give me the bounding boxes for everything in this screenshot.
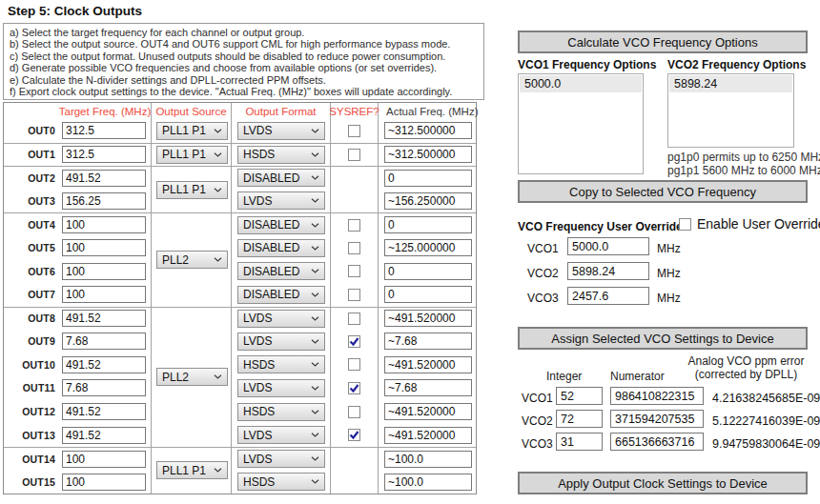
output-source-select[interactable]: PLL2 (156, 368, 228, 386)
output-format-select[interactable]: DISABLED (237, 286, 325, 304)
target-freq-input[interactable] (62, 216, 146, 233)
sysref-checkbox[interactable] (348, 242, 360, 254)
ndiv-vco2-label: VCO2 (522, 414, 553, 428)
chevron-down-icon (214, 374, 222, 379)
actual-freq-output[interactable] (384, 474, 472, 491)
enable-user-override-checkbox[interactable] (679, 218, 691, 231)
target-freq-input[interactable] (62, 310, 146, 327)
chevron-down-icon (311, 246, 319, 251)
sysref-checkbox[interactable] (348, 335, 360, 348)
row-label: OUT5 (4, 236, 59, 260)
target-freq-input[interactable] (62, 122, 146, 139)
col-header-actual-freq: Actual Freq. (MHz) (379, 103, 476, 119)
vco2-freq-input[interactable] (567, 262, 649, 280)
calculate-vco-button[interactable]: Calculate VCO Frequency Options (518, 30, 808, 53)
numerator-header: Numerator (610, 370, 665, 383)
target-freq-input[interactable] (62, 239, 146, 256)
actual-freq-output[interactable] (384, 192, 472, 210)
output-format-select[interactable]: HSDS (237, 355, 325, 373)
output-format-select[interactable]: DISABLED (237, 239, 325, 257)
sysref-checkbox[interactable] (348, 265, 360, 277)
output-format-select[interactable]: LVDS (237, 192, 325, 210)
actual-freq-output[interactable] (384, 146, 472, 163)
target-freq-input[interactable] (62, 170, 146, 187)
instructions-box: a) Select the target frequency for each … (3, 23, 484, 100)
target-freq-input[interactable] (62, 379, 146, 396)
row-label: OUT8 (4, 307, 59, 331)
actual-freq-output[interactable] (384, 333, 472, 350)
output-format-select[interactable]: LVDS (237, 450, 325, 468)
actual-freq-output[interactable] (384, 263, 472, 280)
target-freq-input[interactable] (62, 333, 146, 350)
output-format-select[interactable]: DISABLED (237, 262, 325, 280)
target-freq-input[interactable] (62, 263, 146, 280)
vco2-integer-input[interactable] (556, 410, 603, 428)
target-freq-input[interactable] (62, 427, 146, 444)
sysref-checkbox[interactable] (348, 382, 360, 394)
vco1-numerator-input[interactable] (610, 387, 704, 405)
vco1-freq-input[interactable] (567, 237, 649, 255)
ppm-error-header-line1: Analog VCO ppm error (672, 354, 820, 368)
row-label: OUT10 (4, 353, 59, 377)
output-source-select[interactable]: PLL1 P1 (156, 122, 228, 140)
vco1-options-listbox[interactable]: 5000.0 (518, 73, 644, 174)
vco2-freq-unit: MHz (657, 267, 681, 280)
vco2-numerator-input[interactable] (610, 410, 704, 428)
output-format-select[interactable]: DISABLED (237, 169, 325, 187)
output-source-select[interactable]: PLL1 P1 (156, 461, 228, 479)
vco2-options-listbox[interactable]: 5898.24 (667, 73, 794, 148)
output-source-select[interactable]: PLL1 P1 (156, 146, 228, 164)
output-format-select[interactable]: LVDS (237, 122, 325, 140)
sysref-checkbox[interactable] (348, 289, 360, 301)
sysref-checkbox[interactable] (348, 149, 360, 161)
sysref-checkbox[interactable] (348, 312, 360, 325)
actual-freq-output[interactable] (384, 427, 472, 444)
target-freq-input[interactable] (62, 451, 146, 468)
actual-freq-output[interactable] (384, 170, 472, 187)
actual-freq-output[interactable] (384, 310, 472, 327)
vco1-integer-input[interactable] (556, 387, 603, 405)
vco2-option-item[interactable]: 5898.24 (669, 75, 792, 92)
actual-freq-output[interactable] (384, 356, 472, 373)
output-format-value: HSDS (243, 405, 275, 418)
sysref-checkbox[interactable] (348, 219, 360, 232)
sysref-checkbox[interactable] (348, 125, 360, 137)
actual-freq-output[interactable] (384, 216, 472, 233)
vco1-options-label: VCO1 Frequency Options (518, 58, 656, 71)
output-format-select[interactable]: HSDS (237, 473, 325, 491)
actual-freq-output[interactable] (384, 239, 472, 256)
instruction-line-b: b) Select the output source. OUT4 and OU… (10, 38, 478, 50)
output-format-select[interactable]: LVDS (237, 310, 325, 328)
target-freq-input[interactable] (62, 192, 146, 210)
output-format-select[interactable]: LVDS (237, 379, 325, 397)
actual-freq-output[interactable] (384, 403, 472, 420)
target-freq-input[interactable] (62, 286, 146, 303)
instruction-line-a: a) Select the target frequency for each … (10, 27, 478, 38)
assign-vco-button[interactable]: Assign Selected VCO Settings to Device (518, 327, 808, 350)
output-format-select[interactable]: DISABLED (237, 216, 325, 234)
output-format-select[interactable]: HSDS (237, 146, 325, 164)
sysref-checkbox[interactable] (348, 406, 360, 418)
output-source-select[interactable]: PLL1 P1 (156, 181, 228, 199)
copy-to-vco-button[interactable]: Copy to Selected VCO Frequency (518, 180, 808, 203)
vco3-integer-input[interactable] (556, 433, 603, 451)
target-freq-input[interactable] (62, 146, 146, 163)
chevron-down-icon (214, 152, 222, 157)
sysref-checkbox[interactable] (348, 358, 360, 371)
output-format-select[interactable]: LVDS (237, 426, 325, 444)
actual-freq-output[interactable] (384, 122, 472, 139)
apply-output-settings-button[interactable]: Apply Output Clock Settings to Device (518, 472, 808, 494)
actual-freq-output[interactable] (384, 451, 472, 468)
actual-freq-output[interactable] (384, 286, 472, 303)
target-freq-input[interactable] (62, 474, 146, 491)
vco3-numerator-input[interactable] (610, 433, 704, 451)
output-source-select[interactable]: PLL2 (156, 251, 228, 269)
output-format-select[interactable]: HSDS (237, 403, 325, 421)
sysref-checkbox[interactable] (348, 429, 360, 441)
output-format-select[interactable]: LVDS (237, 333, 325, 351)
vco3-freq-input[interactable] (567, 287, 649, 305)
target-freq-input[interactable] (62, 403, 146, 420)
vco1-option-item[interactable]: 5000.0 (520, 75, 642, 92)
actual-freq-output[interactable] (384, 379, 472, 396)
target-freq-input[interactable] (62, 356, 146, 373)
